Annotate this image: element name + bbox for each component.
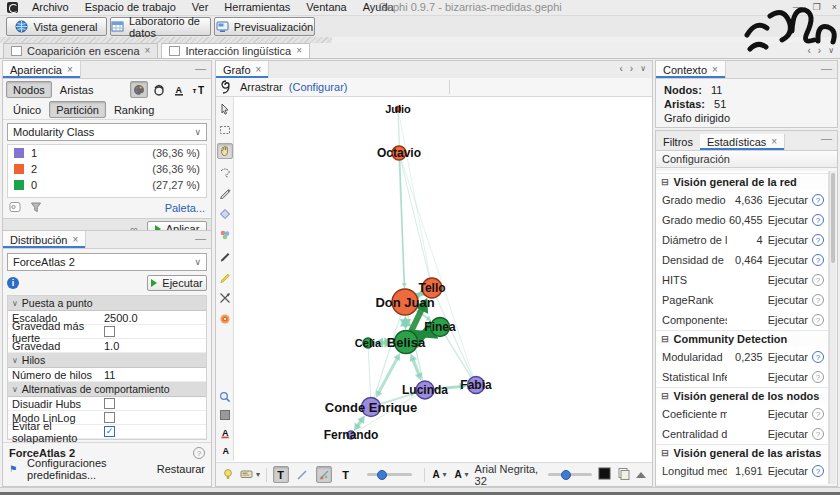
stat-info-icon[interactable]: ?: [812, 214, 824, 226]
stat-info-icon[interactable]: ?: [812, 371, 824, 383]
stat-info-icon[interactable]: ?: [812, 294, 824, 306]
run-statistic-link[interactable]: Ejecutar: [768, 274, 808, 286]
run-statistic-link[interactable]: Ejecutar: [768, 408, 808, 420]
stat-info-icon[interactable]: ?: [812, 314, 824, 326]
layout-section-header[interactable]: ∨Alternativas de comportamiento: [8, 382, 206, 397]
slider-knob[interactable]: [377, 470, 387, 480]
info-icon[interactable]: i: [7, 277, 19, 289]
font-selector[interactable]: Arial Negrita, 32: [475, 463, 542, 487]
stat-info-icon[interactable]: ?: [812, 428, 824, 440]
stats-section-header[interactable]: ⊟Visión general de la red: [656, 173, 828, 190]
scroll-left-icon[interactable]: ‹: [619, 63, 622, 74]
list-values-icon[interactable]: [9, 201, 22, 215]
tab-list-icon[interactable]: ∨: [640, 64, 646, 73]
tab-contexto[interactable]: Contexto ×: [656, 61, 726, 78]
heatmap-icon[interactable]: [217, 311, 233, 327]
edge-pencil-icon[interactable]: [217, 185, 233, 201]
close-icon[interactable]: ×: [145, 46, 151, 56]
run-statistic-link[interactable]: Ejecutar: [768, 428, 808, 440]
legend-row[interactable]: 1(36,36 %): [8, 145, 206, 161]
stat-info-icon[interactable]: ?: [812, 254, 824, 266]
stat-info-icon[interactable]: ?: [812, 408, 824, 420]
label-color-icon[interactable]: A: [170, 81, 188, 98]
run-statistic-link[interactable]: Ejecutar: [768, 194, 808, 206]
highlighter-icon[interactable]: [217, 269, 233, 285]
configure-link[interactable]: (Configurar): [289, 81, 348, 93]
color-palette-icon[interactable]: [130, 81, 148, 98]
font-color-blue-icon[interactable]: A ▾: [453, 468, 469, 482]
tab-aristas[interactable]: Aristas: [53, 81, 101, 98]
lasso-icon[interactable]: [217, 164, 233, 180]
close-icon[interactable]: ×: [256, 65, 262, 75]
size-sphere-icon[interactable]: [150, 81, 168, 98]
run-statistic-link[interactable]: Ejecutar: [768, 294, 808, 306]
background-color-icon[interactable]: [219, 409, 231, 423]
collapse-section-icon[interactable]: ⊟: [661, 448, 669, 458]
label-attributes-icon[interactable]: ▾: [240, 468, 260, 482]
workspace-tab-coaparición-en-escena[interactable]: Coaparición en escena×: [3, 43, 158, 58]
stat-info-icon[interactable]: ?: [812, 465, 824, 477]
menu-herramientas[interactable]: Herramientas: [216, 0, 298, 15]
tab-nodos[interactable]: Nodos: [6, 81, 52, 98]
checkbox[interactable]: [104, 398, 115, 409]
button-laboratorio-de-datos[interactable]: Laboratorio de datos: [110, 17, 211, 36]
attribute-select[interactable]: Modularity Class ∨: [7, 123, 207, 141]
workspace-tab-interacción-lingüística[interactable]: Interacción lingüística×: [161, 43, 310, 58]
minimize-panel-icon[interactable]: —: [195, 62, 206, 74]
tab-estadisticas[interactable]: Estadísticas ×: [700, 134, 785, 150]
legend-color-swatch[interactable]: [14, 148, 24, 158]
run-statistic-link[interactable]: Ejecutar: [768, 214, 808, 226]
run-statistic-link[interactable]: Ejecutar: [768, 351, 808, 363]
run-statistic-link[interactable]: Ejecutar: [768, 465, 808, 477]
run-statistic-link[interactable]: Ejecutar: [768, 371, 808, 383]
minimize-panel-icon[interactable]: —: [821, 62, 832, 74]
legend-row[interactable]: 2(36,36 %): [8, 161, 206, 177]
property-value[interactable]: 1.0: [104, 340, 119, 352]
layout-section-header[interactable]: ∨Hilos: [8, 353, 206, 368]
edge-display-icon[interactable]: [295, 466, 311, 483]
close-icon[interactable]: ×: [67, 65, 73, 75]
copy-sheet-icon[interactable]: [617, 467, 630, 482]
drag-mode-label[interactable]: Arrastrar: [240, 81, 283, 93]
stats-section-header[interactable]: ⊟Visión general de las aristas: [656, 444, 828, 461]
close-icon[interactable]: ×: [296, 46, 302, 56]
collapse-section-icon[interactable]: ⊟: [661, 391, 669, 401]
edge-labels-icon[interactable]: T: [338, 466, 354, 483]
network-graph[interactable]: JulioOctavioTelloDon JuanFineaCeliaBelis…: [234, 97, 653, 463]
collapse-section-icon[interactable]: ⊟: [661, 334, 669, 344]
tab-grafo[interactable]: Grafo ×: [216, 61, 269, 78]
menu-ver[interactable]: Ver: [184, 0, 217, 15]
stat-info-icon[interactable]: ?: [812, 234, 824, 246]
scrollbar-thumb[interactable]: [831, 173, 835, 263]
scroll-right-icon[interactable]: ›: [630, 63, 633, 74]
legend-color-swatch[interactable]: [14, 164, 24, 174]
stat-info-icon[interactable]: ?: [812, 194, 824, 206]
property-value[interactable]: 11: [104, 369, 115, 381]
zoom-icon[interactable]: [219, 391, 231, 405]
subtab-ranking[interactable]: Ranking: [107, 101, 161, 118]
scrollbar[interactable]: [829, 171, 836, 484]
checkbox[interactable]: ✓: [104, 426, 115, 437]
run-statistic-link[interactable]: Ejecutar: [768, 314, 808, 326]
checkbox[interactable]: [104, 412, 115, 423]
painter-icon[interactable]: [217, 227, 233, 243]
menu-espacio-de-trabajo[interactable]: Espacio de trabajo: [77, 0, 184, 15]
swatch-black-icon[interactable]: [598, 467, 611, 482]
graph-canvas[interactable]: JulioOctavioTelloDon JuanFineaCeliaBelis…: [234, 97, 652, 461]
restore-link[interactable]: Restaurar: [157, 463, 205, 475]
collapse-section-icon[interactable]: ⊟: [661, 177, 669, 187]
collapse-toolbar-icon[interactable]: [636, 472, 646, 478]
tab-filtros[interactable]: Filtros: [656, 134, 700, 150]
font-color-black-icon[interactable]: A ▾: [431, 468, 447, 482]
node-labels-icon[interactable]: T: [273, 466, 289, 483]
slider-knob[interactable]: [561, 470, 571, 480]
node-pencil-icon[interactable]: [217, 206, 233, 222]
stats-section-header[interactable]: ⊟Community Detection: [656, 330, 828, 347]
button-vista-general[interactable]: Vista general: [6, 17, 107, 36]
legend-row[interactable]: 0(27,27 %): [8, 177, 206, 193]
minimize-panel-icon[interactable]: —: [195, 232, 206, 244]
edge-color-icon[interactable]: [316, 466, 332, 483]
run-statistic-link[interactable]: Ejecutar: [768, 254, 808, 266]
label-size-slider[interactable]: [548, 473, 592, 476]
label-size-a-icon[interactable]: A: [219, 445, 231, 459]
